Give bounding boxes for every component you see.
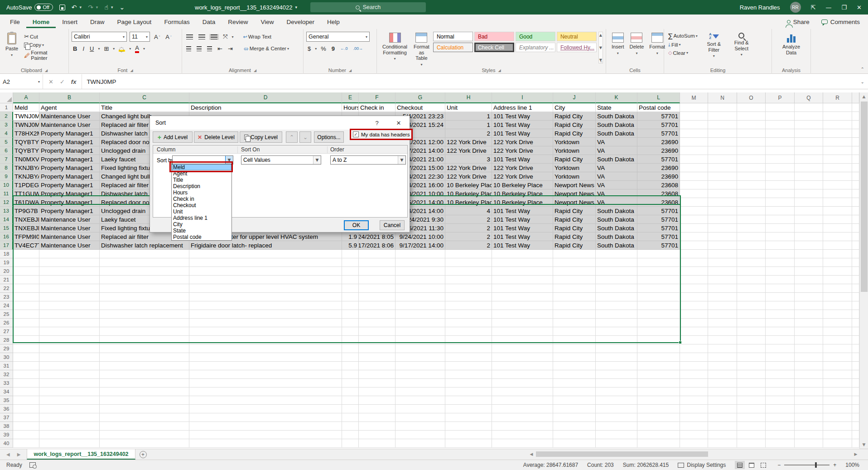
cell-Q4[interactable]	[795, 129, 823, 138]
cell-M23[interactable]	[680, 293, 708, 301]
cell-D32[interactable]	[189, 370, 342, 379]
scroll-left-icon[interactable]: ◀	[528, 452, 535, 456]
cell-G17[interactable]: 9/17/2021 14:00	[395, 241, 445, 250]
orientation-dropdown-icon[interactable]: ▾	[231, 35, 233, 39]
cell-E38[interactable]	[342, 422, 359, 431]
cell-M38[interactable]	[680, 422, 708, 431]
cell-A19[interactable]	[13, 258, 39, 267]
cell-P1[interactable]	[766, 103, 795, 112]
cell-K4[interactable]: South Dakota	[596, 129, 637, 138]
dropdown-option-meld[interactable]: Meld	[172, 164, 231, 170]
cell-M31[interactable]	[680, 362, 708, 370]
cell-style-check-cell[interactable]: Check Cell	[474, 43, 514, 52]
cell-L9[interactable]: 23690	[637, 172, 680, 181]
cell-E28[interactable]	[342, 336, 359, 344]
cell-P35[interactable]	[766, 396, 795, 405]
cell-X32[interactable]	[852, 370, 859, 379]
cell-H7[interactable]: 3	[445, 155, 492, 164]
cell-style-followed-hy-[interactable]: Followed Hy...	[557, 43, 597, 52]
cell-G31[interactable]	[395, 362, 445, 370]
cell-X7[interactable]	[852, 155, 859, 164]
cell-C19[interactable]	[100, 258, 189, 267]
row-header-1[interactable]: 1	[0, 103, 13, 112]
cell-J20[interactable]	[553, 267, 596, 276]
cell-C17[interactable]: Dishwasher latch replacement	[100, 241, 189, 250]
cell-N14[interactable]	[708, 215, 737, 224]
cell-X14[interactable]	[852, 215, 859, 224]
column-header-C[interactable]: C	[100, 92, 189, 103]
touch-mode-icon[interactable]: ☝	[104, 4, 108, 11]
cell-L11[interactable]: 23608	[637, 189, 680, 198]
cell-N27[interactable]	[708, 327, 737, 336]
cell-P2[interactable]	[766, 112, 795, 121]
cell-N12[interactable]	[708, 198, 737, 207]
cell-A3[interactable]: TWNJ0MP	[13, 121, 39, 129]
cell-O39[interactable]	[737, 431, 766, 439]
cell-X6[interactable]	[852, 146, 859, 155]
cell-K28[interactable]	[596, 336, 637, 344]
cell-X11[interactable]	[852, 189, 859, 198]
cell-R1[interactable]	[823, 103, 852, 112]
cell-M32[interactable]	[680, 370, 708, 379]
cell-O19[interactable]	[737, 258, 766, 267]
order-combo[interactable]: A to Z▼	[330, 155, 406, 165]
cell-A1[interactable]: Meld	[13, 103, 39, 112]
cell-D22[interactable]	[189, 284, 342, 293]
cell-K3[interactable]: South Dakota	[596, 121, 637, 129]
cell-K20[interactable]	[596, 267, 637, 276]
cell-O24[interactable]	[737, 301, 766, 310]
cell-B15[interactable]: Maintenance User	[39, 224, 100, 233]
cell-B27[interactable]	[39, 327, 100, 336]
cell-B11[interactable]: Property Manager1	[39, 189, 100, 198]
user-name[interactable]: Raven Randles	[740, 4, 780, 11]
cell-J33[interactable]	[553, 379, 596, 388]
cell-A16[interactable]: TFPM9I0	[13, 233, 39, 241]
cell-P16[interactable]	[766, 233, 795, 241]
cell-N32[interactable]	[708, 370, 737, 379]
cell-R6[interactable]	[823, 146, 852, 155]
row-header-21[interactable]: 21	[0, 276, 13, 284]
redo-dropdown-icon[interactable]: ▾	[96, 5, 98, 10]
cell-K27[interactable]	[596, 327, 637, 336]
cell-K26[interactable]	[596, 319, 637, 327]
row-header-8[interactable]: 8	[0, 164, 13, 172]
cell-R23[interactable]	[823, 293, 852, 301]
cell-R16[interactable]	[823, 233, 852, 241]
cell-B26[interactable]	[39, 319, 100, 327]
cell-L18[interactable]	[637, 250, 680, 258]
dropdown-option-hours[interactable]: Hours	[172, 189, 231, 196]
cell-N31[interactable]	[708, 362, 737, 370]
row-header-30[interactable]: 30	[0, 353, 13, 362]
cell-P28[interactable]	[766, 336, 795, 344]
dropdown-option-checkout[interactable]: Checkout	[172, 202, 231, 208]
cell-O3[interactable]	[737, 121, 766, 129]
cell-F35[interactable]	[359, 396, 395, 405]
cell-K7[interactable]: South Dakota	[596, 155, 637, 164]
cell-I30[interactable]	[492, 353, 553, 362]
cell-R5[interactable]	[823, 138, 852, 146]
cell-P29[interactable]	[766, 344, 795, 353]
sort-by-combo[interactable]: ▼	[172, 155, 233, 165]
cell-J17[interactable]: Rapid City	[553, 241, 596, 250]
cell-I27[interactable]	[492, 327, 553, 336]
insert-function-icon[interactable]: fx	[71, 78, 77, 85]
analyze-data-button[interactable]: Analyze Data	[775, 31, 808, 57]
cell-L20[interactable]	[637, 267, 680, 276]
cell-A25[interactable]	[13, 310, 39, 319]
cell-H33[interactable]	[445, 379, 492, 388]
column-header-G[interactable]: G	[395, 92, 445, 103]
fill-color-button[interactable]: ◌	[117, 45, 126, 52]
cell-O10[interactable]	[737, 181, 766, 189]
cell-P21[interactable]	[766, 276, 795, 284]
cell-A4[interactable]: T78HX2M	[13, 129, 39, 138]
add-level-button[interactable]: +Add Level	[153, 131, 193, 143]
cell-Q27[interactable]	[795, 327, 823, 336]
cell-K19[interactable]	[596, 258, 637, 267]
cell-D29[interactable]	[189, 344, 342, 353]
cell-B32[interactable]	[39, 370, 100, 379]
zoom-level[interactable]: 100%	[845, 462, 859, 468]
ribbon-display-options-icon[interactable]: ⇱	[811, 4, 816, 11]
bottom-align-button[interactable]	[209, 34, 219, 40]
cell-R2[interactable]	[823, 112, 852, 121]
ribbon-tab-page-layout[interactable]: Page Layout	[111, 16, 158, 28]
